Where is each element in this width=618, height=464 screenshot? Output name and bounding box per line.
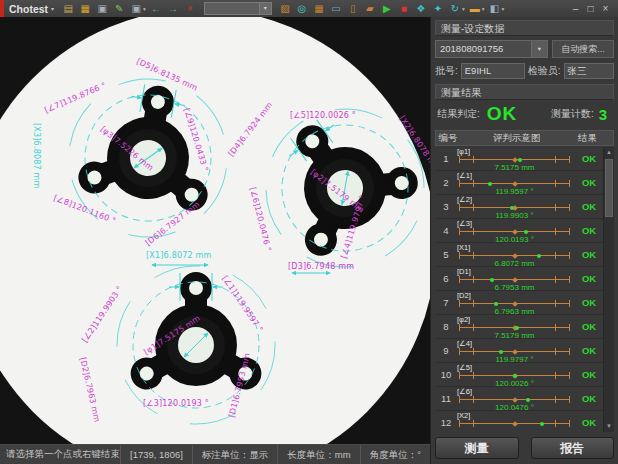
table-row[interactable]: 4 [∠3] 120.0193 ° OK (435, 219, 603, 243)
results-table-header: 编号 评判示意图 结果 (435, 130, 614, 146)
run-icon[interactable]: ▶ (380, 2, 395, 15)
table-row[interactable]: 9 [∠4] 119.9797 ° OK (435, 339, 603, 363)
result-badge: OK (575, 171, 603, 194)
app-menu[interactable]: Chotest (9, 3, 48, 15)
tolerance-bar (459, 252, 570, 259)
feature-label: [∠5] (457, 364, 572, 372)
nominal-marker (512, 229, 518, 235)
image-capture-icon[interactable]: ▧ (278, 2, 293, 15)
delete-icon[interactable]: × (183, 2, 198, 15)
measure-button[interactable]: 测量 (435, 437, 519, 459)
tolerance-bar (459, 276, 570, 283)
tolerance-diagram: [φ2] 7.5179 mm (457, 315, 575, 338)
measured-marker (499, 350, 503, 354)
dim-angle3: [∠3]120.0193 ° (143, 399, 209, 408)
report-button[interactable]: 报告 (531, 437, 615, 459)
save-icon[interactable]: ▣ (95, 2, 110, 15)
result-badge: OK (575, 267, 603, 290)
measure-count-label: 测量计数: (551, 107, 594, 121)
annotation-unit: 标注单位：显示 (192, 445, 278, 464)
scroll-down-icon[interactable]: ▼ (604, 421, 614, 432)
cursor-coordinates: [1739, 1806] (120, 445, 192, 464)
tolerance-diagram: [∠4] 119.9797 ° (457, 339, 575, 362)
save-as-icon[interactable]: ▣▾ (129, 2, 147, 15)
auto-search-button[interactable]: 自动搜索... (552, 40, 614, 58)
tolerance-diagram: [∠3] 120.0193 ° (457, 219, 575, 242)
preset-dropdown[interactable]: ▾ (204, 2, 272, 15)
row-number: 12 (435, 411, 457, 432)
minimize-button[interactable]: – (568, 1, 583, 17)
batch-input[interactable]: E9IHL (461, 63, 525, 79)
tolerance-bar (459, 204, 570, 211)
edit-program-icon[interactable]: ✎ (112, 2, 127, 15)
row-number: 8 (435, 315, 457, 338)
snapshot-tool-icon[interactable]: ◧▾ (487, 2, 505, 15)
maximize-button[interactable]: □ (583, 1, 598, 17)
table-scrollbar[interactable]: ▲ ▼ (603, 147, 614, 432)
grid-view-icon[interactable]: ▦ (312, 2, 327, 15)
chevron-down-icon[interactable]: ▾ (51, 5, 54, 12)
feature-label: [φ2] (457, 316, 572, 324)
nominal-marker (512, 349, 518, 355)
scroll-up-icon[interactable]: ▲ (604, 147, 614, 158)
angle-unit: 角度单位：° (360, 445, 430, 464)
table-row[interactable]: 2 [∠1] 119.9597 ° OK (435, 171, 603, 195)
row-number: 4 (435, 219, 457, 242)
stop-icon[interactable]: ■ (397, 2, 412, 15)
tolerance-bar (459, 372, 570, 379)
table-row[interactable]: 1 [φ1] 7.5175 mm OK (435, 147, 603, 171)
table-row[interactable]: 3 [∠2] 119.9903 ° OK (435, 195, 603, 219)
table-row[interactable]: 12 [X2] OK (435, 411, 603, 432)
tolerance-bar (459, 348, 570, 355)
feature-label: [X2] (457, 412, 572, 420)
table-row[interactable]: 8 [φ2] 7.5179 mm OK (435, 315, 603, 339)
new-file-icon[interactable]: ▤ (61, 2, 76, 15)
result-badge: OK (575, 291, 603, 314)
open-file-icon[interactable]: ▦ (78, 2, 93, 15)
tolerance-diagram: [D2] 6.7963 mm (457, 291, 575, 314)
nominal-marker (512, 397, 518, 403)
display-icon[interactable]: ▭ (329, 2, 344, 15)
measured-marker (540, 422, 544, 426)
nominal-marker (512, 157, 518, 163)
table-row[interactable]: 7 [D2] 6.7963 mm OK (435, 291, 603, 315)
search-icon[interactable]: ◎ (295, 2, 310, 15)
tolerance-bar (459, 324, 570, 331)
measurement-panel: 测量-设定数据 201808091756 ▾ 自动搜索... 批号: E9IHL… (430, 17, 618, 464)
undo-icon[interactable]: ← (149, 2, 164, 15)
inspector-input[interactable]: 张三 (564, 63, 614, 79)
feature-label: [∠3] (457, 220, 572, 228)
row-number: 10 (435, 363, 457, 386)
nominal-marker (512, 301, 518, 307)
chotest-window: Chotest ▾ ▤▦▣✎▣▾←→× ▾ ▧◎▦▭▯▰▶■❖✦↻▾▬▾◧▾ –… (0, 0, 618, 464)
tolerance-diagram: [D1] 6.7953 mm (457, 267, 575, 290)
dataset-dropdown[interactable]: 201808091756 ▾ (435, 40, 548, 58)
close-button[interactable]: × (598, 1, 613, 17)
dim-X1: [X1]6.8072 mm (146, 251, 212, 260)
layer-tool-icon[interactable]: ▬▾ (468, 2, 486, 15)
list-view-icon[interactable]: ▯ (346, 2, 361, 15)
chevron-down-icon: ▾ (259, 3, 271, 14)
result-badge: OK (575, 195, 603, 218)
measurement-canvas[interactable]: [D5]6.8135 mm [∠7]119.8766 ° [∠9]120.043… (0, 17, 430, 444)
redo-icon[interactable]: → (166, 2, 181, 15)
table-row[interactable]: 5 [X1] 6.8072 mm OK (435, 243, 603, 267)
section-header-results: 测量结果 (435, 84, 614, 100)
table-row[interactable]: 11 [∠6] 120.0476 ° OK (435, 387, 603, 411)
table-row[interactable]: 6 [D1] 6.7953 mm OK (435, 267, 603, 291)
length-unit: 长度单位：mm (277, 445, 359, 464)
pick-tool-icon[interactable]: ❖ (414, 2, 429, 15)
rotate-tool-icon[interactable]: ↻▾ (448, 2, 466, 15)
dim-X3: [X3]6.8087 mm (32, 123, 41, 189)
pattern-tool-icon[interactable]: ✦ (431, 2, 446, 15)
feature-label: [D2] (457, 292, 572, 300)
table-row[interactable]: 10 [∠5] 120.0026 ° OK (435, 363, 603, 387)
scrollbar-thumb[interactable] (605, 159, 613, 217)
chevron-down-icon[interactable]: ▾ (531, 41, 547, 57)
section-header-setup: 测量-设定数据 (435, 20, 614, 36)
tolerance-diagram: [∠5] 120.0026 ° (457, 363, 575, 386)
result-judgement-value: OK (487, 103, 518, 125)
status-bar: 请选择第一个点或右键结束 [1739, 1806] 标注单位：显示 长度单位：m… (0, 444, 430, 464)
film-icon[interactable]: ▰ (363, 2, 378, 15)
row-number: 7 (435, 291, 457, 314)
